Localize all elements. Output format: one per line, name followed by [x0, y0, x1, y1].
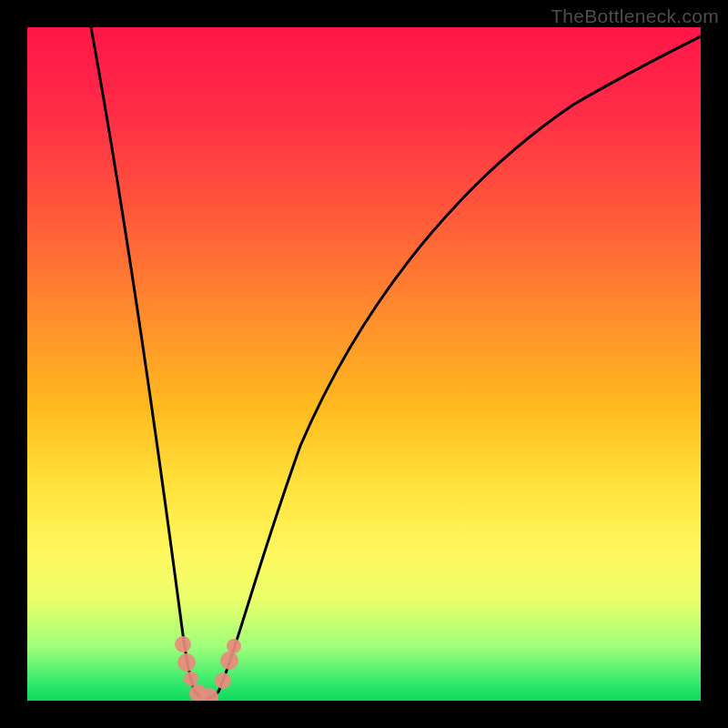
- bottleneck-curve: [27, 27, 701, 701]
- svg-point-1: [177, 653, 196, 672]
- svg-point-7: [227, 639, 241, 653]
- curve-path: [91, 27, 701, 699]
- watermark-text: TheBottleneck.com: [551, 5, 719, 27]
- plot-area: [27, 27, 701, 701]
- svg-point-2: [184, 672, 198, 686]
- svg-point-5: [215, 672, 231, 689]
- marker-cluster: [175, 636, 241, 701]
- svg-point-0: [175, 636, 191, 652]
- svg-point-6: [220, 652, 238, 670]
- chart-frame: TheBottleneck.com: [0, 0, 728, 728]
